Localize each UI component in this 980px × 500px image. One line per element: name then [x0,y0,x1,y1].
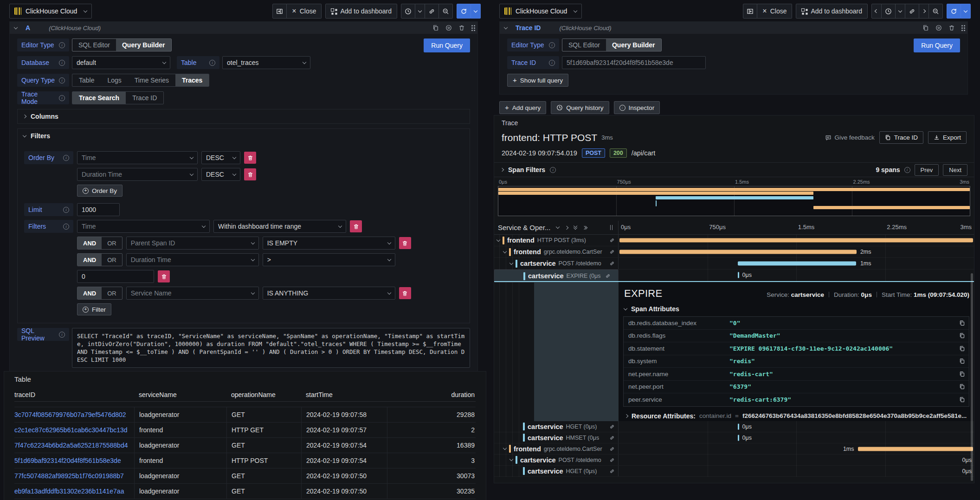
trace-minimap[interactable]: 0μs 750μs 1.5ms 2.25ms 3ms [498,179,970,217]
chevron-right-icon[interactable] [565,225,568,229]
resource-attributes-accordion[interactable]: Resource Attributes: container.id = f266… [625,412,969,420]
filter-op-select-2[interactable]: > [263,253,395,266]
span-tick[interactable] [738,272,739,278]
duplicate-query-icon[interactable] [922,25,929,31]
span-row[interactable]: cartservice POST /oteldemo 1ms [494,258,974,269]
remove-filter-value-button[interactable] [158,270,170,282]
close-button[interactable]: Close [287,4,322,19]
copy-icon[interactable] [959,358,965,364]
datasource-picker[interactable]: ClickHouse Cloud [499,4,582,19]
add-to-dashboard-button[interactable]: Add to dashboard [796,4,868,19]
refresh-button[interactable] [947,4,961,19]
sql-editor-tab[interactable]: SQL Editor [72,39,116,51]
query-type-logs[interactable]: Logs [101,74,128,86]
run-query-button[interactable]: Run Query [424,38,470,52]
share-link-button[interactable] [425,4,439,19]
remove-query-trash-icon[interactable] [948,25,955,31]
span-link-icon[interactable] [605,273,611,279]
drag-handle-icon[interactable] [471,25,473,26]
next-span-button[interactable]: Next [943,164,967,176]
show-full-query-button[interactable]: Show full query [507,74,568,87]
copy-icon[interactable] [959,371,965,377]
copy-icon[interactable] [959,320,965,326]
collapse-chevron-icon[interactable] [504,25,508,29]
info-icon[interactable] [904,167,910,173]
remove-order-by-button[interactable] [244,152,256,164]
copy-icon[interactable] [959,397,965,403]
copy-icon[interactable] [959,333,965,339]
trace-id-link[interactable]: 77fc5074882af98925b1f76c091988b7 [14,468,134,483]
span-row-selected[interactable]: cartservice EXPIRE (0μs 0μs [494,269,974,281]
time-shift-forward-button[interactable] [919,4,929,19]
trace-id-button[interactable]: Trace ID [879,131,923,144]
time-picker-button[interactable] [401,4,415,19]
close-button[interactable]: Close [757,4,792,19]
query-type-timeseries[interactable]: Time Series [128,74,175,86]
filter-time-op-select[interactable]: Within dashboard time range [213,220,346,233]
span-link-icon[interactable] [609,468,615,474]
query-builder-tab[interactable]: Query Builder [116,39,171,51]
info-icon[interactable] [549,60,555,66]
order-by-dir-select[interactable]: DESC [201,151,240,164]
trace-id-link[interactable]: 7f47c62234b6bd2a5a62521875588bd4 [14,438,134,453]
add-filter-button[interactable]: Filter [77,303,111,315]
filter-op-select[interactable]: IS EMPTY [263,237,395,250]
time-shift-back-button[interactable] [871,4,882,19]
filter-time-field-select[interactable]: Time [77,220,210,233]
span-row[interactable]: frontend grpc.oteldemo.CartSer 1ms [494,443,974,455]
span-filters-label[interactable]: Span Filters [508,166,545,173]
filter-field-select-3[interactable]: Service Name [126,287,259,300]
share-link-button[interactable] [905,4,919,19]
info-icon[interactable] [63,224,69,230]
span-row[interactable]: cartservice HGET (0μs) 0μs [494,421,974,432]
refresh-caret[interactable] [471,4,481,19]
order-by-field-select-2[interactable]: Duration Time [77,168,198,181]
col-header-servicename[interactable]: serviceName [134,388,226,401]
trace-id-link[interactable]: eb9fa13adfddfb31302e236b1141e7aa [14,484,134,499]
span-link-icon[interactable] [609,249,615,255]
query-type-table[interactable]: Table [72,74,101,86]
span-bar[interactable] [858,447,974,451]
trace-id-link[interactable]: c2c1ec87c62965b61cab6c30447bc13d [14,423,134,437]
info-icon[interactable] [59,60,65,66]
prev-span-button[interactable]: Prev [915,164,939,176]
split-close-pane-button[interactable] [743,4,757,19]
database-select[interactable]: default [72,56,170,69]
span-tick[interactable] [738,435,739,441]
time-picker-button[interactable] [882,4,896,19]
export-button[interactable]: Export [928,131,967,144]
or-button[interactable]: OR [102,287,122,299]
order-by-dir-select-2[interactable]: DESC [201,168,240,181]
span-attributes-accordion[interactable]: Span Attributes [624,305,970,313]
table-select[interactable]: otel_traces [222,56,310,69]
span-link-icon[interactable] [609,261,615,266]
filters-accordion-header[interactable]: Filters [18,129,470,143]
filter-value-input[interactable]: 0 [77,270,154,283]
info-icon[interactable] [549,42,555,48]
trace-mode-id[interactable]: Trace ID [126,92,163,104]
info-icon[interactable] [59,42,65,48]
info-icon[interactable] [550,167,556,173]
remove-filter-button-2[interactable] [399,237,411,249]
info-icon[interactable] [59,77,65,83]
time-picker-caret[interactable] [896,4,905,19]
add-to-dashboard-button[interactable]: Add to dashboard [325,4,397,19]
remove-order-by-button-2[interactable] [244,168,256,180]
col-header-starttime[interactable]: startTime [301,388,387,401]
span-link-icon[interactable] [609,424,615,429]
copy-icon[interactable] [959,384,965,390]
span-row[interactable]: cartservice POST /oteldemo 0μs [494,455,974,466]
and-button[interactable]: AND [77,237,102,249]
columns-accordion-header[interactable]: Columns [18,109,470,123]
remove-query-trash-icon[interactable] [458,25,465,31]
minimap-area[interactable] [498,186,970,216]
span-bar[interactable] [619,238,974,243]
chevron-down-icon[interactable] [556,225,560,229]
query-header-traceid[interactable]: Trace ID (ClickHouse Cloud) [500,22,967,34]
expand-all-icon[interactable] [583,226,587,229]
duplicate-query-icon[interactable] [432,25,439,31]
span-link-icon[interactable] [609,446,615,452]
col-header-operationname[interactable]: operationName [226,388,301,401]
span-row[interactable]: frontend grpc.oteldemo.CartSer 2ms [494,246,974,258]
limit-input[interactable]: 1000 [77,203,120,216]
